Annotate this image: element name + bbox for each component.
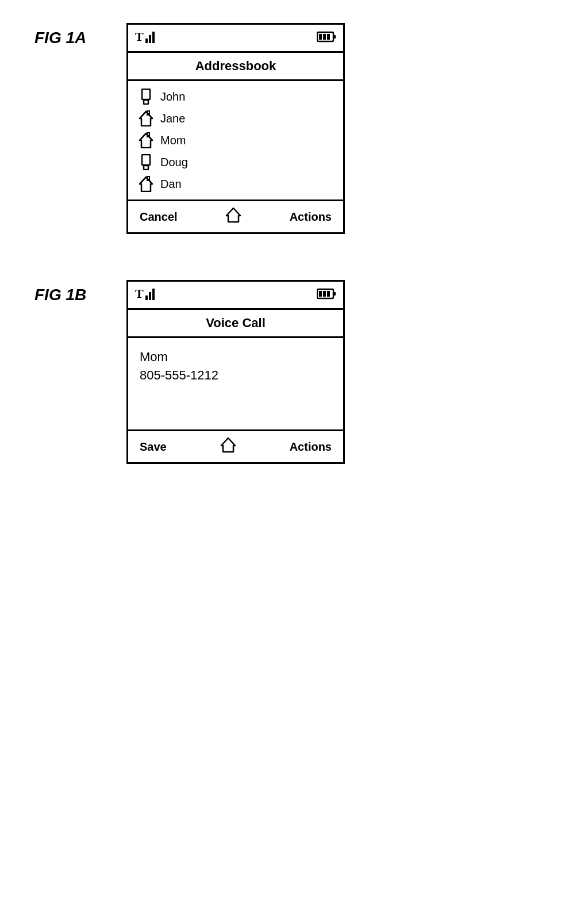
contact-name: Dan xyxy=(160,178,182,191)
figure-1b-label: FIG 1B xyxy=(34,280,126,304)
screen-title-1b: Voice Call xyxy=(206,316,266,330)
person-icon xyxy=(137,89,155,105)
actions-button[interactable]: Actions xyxy=(290,210,332,224)
figure-1b-section: FIG 1B T xyxy=(34,280,554,464)
svg-text:T: T xyxy=(135,286,144,301)
list-item[interactable]: Mom xyxy=(137,129,334,151)
home-icon xyxy=(137,110,155,126)
contact-name: Jane xyxy=(160,112,185,125)
svg-marker-15 xyxy=(140,133,152,148)
actions-button-1b[interactable]: Actions xyxy=(290,440,332,454)
signal-icon-1b: T xyxy=(135,285,156,305)
status-bar-1a: T xyxy=(128,25,343,53)
contact-display-number: 805-555-1212 xyxy=(140,368,332,383)
person-icon xyxy=(137,154,155,170)
svg-marker-11 xyxy=(140,112,152,126)
svg-rect-2 xyxy=(149,35,151,43)
svg-rect-6 xyxy=(319,34,322,40)
contact-name: John xyxy=(160,90,185,103)
screen-title-1a: Addressbook xyxy=(195,59,276,73)
list-item[interactable]: Doug xyxy=(137,151,334,173)
svg-rect-1 xyxy=(145,39,148,43)
svg-rect-9 xyxy=(142,89,150,99)
home-center-icon xyxy=(225,207,241,227)
phone-screen-1a: T Addressbo xyxy=(126,23,345,234)
svg-rect-33 xyxy=(323,291,326,297)
screen-title-area-1b: Voice Call xyxy=(128,310,343,338)
svg-rect-34 xyxy=(327,291,330,297)
svg-rect-20 xyxy=(144,166,148,170)
home-icon xyxy=(137,176,155,192)
svg-rect-27 xyxy=(145,296,148,300)
svg-rect-10 xyxy=(144,100,148,104)
svg-rect-3 xyxy=(152,32,155,43)
svg-line-12 xyxy=(140,112,146,118)
svg-rect-29 xyxy=(152,289,155,300)
screen-content-1b: Mom 805-555-1212 xyxy=(128,338,343,429)
svg-rect-8 xyxy=(327,34,330,40)
save-button[interactable]: Save xyxy=(140,440,167,454)
svg-rect-5 xyxy=(333,35,336,39)
svg-marker-35 xyxy=(221,438,235,452)
signal-icon-1a: T xyxy=(135,28,156,48)
toolbar-1b: Save Actions xyxy=(128,429,343,462)
screen-title-area-1a: Addressbook xyxy=(128,53,343,81)
svg-rect-7 xyxy=(323,34,326,40)
status-bar-1b: T xyxy=(128,282,343,310)
svg-text:T: T xyxy=(135,29,144,44)
svg-rect-19 xyxy=(142,155,150,165)
battery-icon-1a xyxy=(317,30,336,46)
svg-rect-31 xyxy=(333,292,336,296)
battery-icon-1b xyxy=(317,287,336,303)
home-icon xyxy=(137,132,155,148)
svg-line-22 xyxy=(140,177,146,184)
list-item[interactable]: John xyxy=(137,86,334,108)
svg-rect-32 xyxy=(319,291,322,297)
svg-marker-21 xyxy=(140,177,152,191)
svg-marker-25 xyxy=(226,208,240,222)
svg-line-16 xyxy=(140,133,146,140)
contact-list-1a: John Jane xyxy=(128,81,343,199)
phone-screen-1b: T Voice Call Mom xyxy=(126,280,345,464)
list-item[interactable]: Dan xyxy=(137,173,334,195)
cancel-button[interactable]: Cancel xyxy=(140,210,178,224)
list-item[interactable]: Jane xyxy=(137,108,334,129)
home-center-icon-1b xyxy=(220,437,236,456)
contact-display-name: Mom xyxy=(140,350,332,364)
figure-1a-section: FIG 1A T xyxy=(34,23,554,234)
svg-rect-28 xyxy=(149,292,151,300)
toolbar-1a: Cancel Actions xyxy=(128,199,343,232)
contact-name: Mom xyxy=(160,134,186,147)
figure-1a-label: FIG 1A xyxy=(34,23,126,47)
contact-name: Doug xyxy=(160,156,188,169)
